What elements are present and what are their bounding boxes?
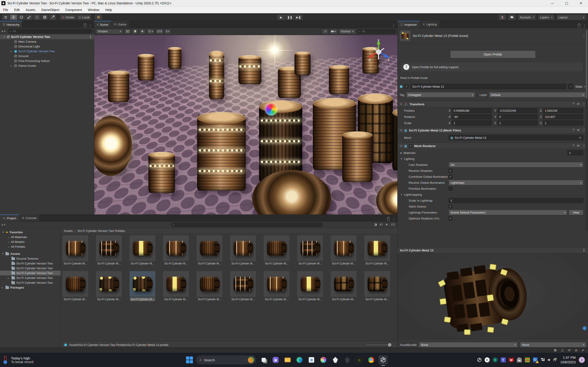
open-prefab-button[interactable]: Open Prefab — [450, 50, 536, 58]
tab-scene[interactable]: #Scene — [94, 21, 111, 28]
favorites-root[interactable]: ▼★Favorites — [0, 230, 61, 235]
taskbar-app-nvidia-icon[interactable]: ◎ — [355, 355, 364, 365]
asset-thumbnail[interactable] — [130, 235, 155, 261]
asset-thumbnail[interactable] — [163, 271, 189, 297]
presets-icon[interactable]: ⇄ — [577, 144, 579, 148]
help-icon[interactable]: ? — [573, 102, 574, 106]
tab-console[interactable]: ≣Console — [19, 215, 40, 221]
kebab-icon[interactable]: ⋮ — [582, 144, 586, 148]
hierarchy-item[interactable]: Directional Light — [0, 44, 94, 49]
scene-cylinder-object[interactable] — [148, 153, 175, 193]
asset-thumbnail[interactable] — [230, 271, 256, 297]
hand-tool-icon[interactable] — [2, 14, 10, 20]
tray-security-warning-icon[interactable]: 🛡︎ — [533, 357, 538, 362]
cloud-icon[interactable] — [508, 14, 516, 20]
tray-mcafee-icon[interactable]: M — [509, 357, 514, 362]
object-picker-icon[interactable]: ⊙ — [579, 136, 582, 140]
asset-grid-item[interactable]: Sci-Fi Cylinder M... — [331, 235, 356, 265]
hierarchy-item[interactable]: Main Camera — [0, 39, 94, 44]
taskbar-app-task-view-icon[interactable] — [259, 355, 268, 365]
z-field[interactable]: 1.063156 — [543, 108, 583, 113]
favorite-item[interactable]: ⌕All Models — [0, 240, 61, 244]
open-asset-icon[interactable]: ◨ — [374, 223, 377, 226]
layout-dropdown[interactable]: Layout▾ — [556, 14, 586, 20]
hidden-count-icon[interactable]: ∅1 — [391, 223, 395, 226]
project-search[interactable]: ⌕ — [171, 223, 323, 227]
scene-menu-kebab-icon[interactable]: ⋮ — [392, 24, 396, 28]
collab-icon[interactable] — [498, 14, 506, 20]
hierarchy-scene-row[interactable]: ▼ Sci-Fi Cylinder Version Two ⋮ — [0, 34, 94, 39]
shading-mode-dropdown[interactable]: Shaded▾ — [95, 29, 123, 34]
asset-grid-item[interactable]: Sci-Fi Cylinder M... — [163, 235, 189, 265]
materials-count-field[interactable]: 1 — [567, 150, 583, 155]
scene-search[interactable]: ⌕ — [357, 29, 396, 34]
start-button[interactable] — [186, 357, 193, 363]
asset-thumbnail[interactable] — [230, 235, 256, 261]
kebab-icon[interactable]: ⋮ — [582, 128, 586, 132]
asset-thumbnail[interactable] — [163, 235, 189, 261]
mesh-filter-header[interactable]: ▼▦ Sci-Fi Cylinder Metal 13 (Mesh Filter… — [398, 127, 588, 133]
grid-snapping-icon[interactable] — [95, 14, 103, 20]
close-button[interactable]: ✕ — [574, 0, 588, 6]
menu-window[interactable]: Window — [85, 6, 103, 13]
space-toggle[interactable]: ⬡Local — [77, 14, 91, 20]
folder-item[interactable]: Sci-Fi Cylinder Version Two — [0, 271, 61, 275]
assets-root[interactable]: ▼Assets — [0, 251, 61, 256]
move-tool-icon[interactable] — [10, 14, 17, 20]
menu-kebab-icon[interactable]: ⋮ — [583, 24, 586, 28]
minimize-button[interactable]: — — [545, 0, 560, 6]
tray-unity-hub-icon[interactable] — [477, 358, 482, 362]
asset-thumbnail[interactable] — [96, 235, 122, 261]
asset-thumbnail[interactable] — [62, 271, 88, 297]
create-asset-caret[interactable]: ▾ — [4, 223, 5, 226]
taskbar-app-store-icon[interactable]: ⊞ — [307, 355, 316, 365]
asset-thumbnail[interactable] — [364, 271, 390, 297]
asset-thumbnail[interactable] — [264, 271, 289, 297]
project-search-input[interactable] — [176, 223, 321, 227]
hierarchy-item[interactable]: ▸Game Assets — [0, 63, 94, 68]
favorite-item[interactable]: ⌕All Prefabs — [0, 244, 61, 249]
asset-thumbnail[interactable] — [264, 235, 289, 261]
scene-grid-dropdown[interactable]: #▾ — [165, 29, 171, 34]
tray-volume-icon[interactable]: 🔊︎ — [548, 358, 550, 362]
menu-kebab-icon[interactable]: ⋮ — [89, 24, 92, 28]
scene-visibility-toggle[interactable]: ∅0 — [156, 29, 163, 34]
asset-thumbnail[interactable] — [62, 235, 88, 261]
asset-grid-item[interactable]: Sci-Fi Cylinder M... — [364, 271, 390, 301]
asset-thumbnail[interactable] — [197, 271, 222, 297]
folder-item[interactable]: Sci-Fi Cylinder Version Two — [0, 266, 61, 271]
static-mixed-box[interactable]: − — [568, 84, 573, 89]
prioritize-illumination-checkbox[interactable] — [449, 187, 452, 191]
taskbar-app-alienware-command-icon[interactable] — [343, 355, 352, 365]
custom-tool-icon[interactable] — [49, 14, 57, 20]
progress-check-icon[interactable]: ⊘ — [575, 348, 578, 352]
prefab-kebab-icon[interactable]: ⋮ — [582, 34, 586, 38]
model-preview[interactable] — [398, 253, 588, 340]
orientation-gizmo[interactable]: y x z — [365, 38, 392, 66]
scale-in-lightmap-field[interactable]: 1 — [449, 198, 583, 203]
taskbar-app-file-explorer-icon[interactable] — [283, 355, 292, 365]
asset-grid-item[interactable]: Sci-Fi Cylinder M... — [264, 271, 289, 301]
scene-cylinder-object[interactable] — [342, 133, 372, 182]
hierarchy-search-input[interactable] — [12, 29, 91, 33]
scene-audio-toggle-icon[interactable] — [139, 29, 145, 34]
tray-teams-icon[interactable]: T — [501, 357, 506, 362]
asset-grid-item[interactable]: Sci-Fi Cylinder M... — [197, 271, 222, 301]
tray-resource-monitor-icon[interactable] — [525, 357, 530, 362]
folder-item[interactable]: ▸Sci-Fi Cylinder Version Two — [0, 275, 61, 280]
activity-check-icon[interactable]: ✔︎ — [582, 348, 584, 352]
menu-gameobject[interactable]: GameObject — [38, 6, 62, 13]
breadcrumb-folder[interactable]: Sci-Fi Cylinder Version Two Prefabs — [78, 229, 125, 233]
active-checkbox[interactable]: ✓ — [405, 85, 409, 89]
x-field[interactable]: 0.00869288 — [452, 108, 492, 113]
taskbar-app-alienware-icon[interactable] — [331, 355, 340, 365]
perspective-label[interactable]: < Persp — [375, 65, 388, 69]
asset-grid-item[interactable]: Sci-Fi Cylinder M... — [62, 271, 88, 301]
tag-dropdown[interactable]: Untagged▾ — [406, 92, 475, 98]
tab-lighting[interactable]: ☀Lighting — [420, 21, 440, 28]
y-field[interactable]: 1 — [498, 120, 538, 125]
taskbar-clock[interactable]: 1:37 PM 10/6/2023 — [560, 355, 576, 365]
menu-help[interactable]: Help — [102, 6, 115, 13]
menu-kebab-icon[interactable]: ⋮ — [392, 217, 396, 221]
asset-grid-item[interactable]: Sci-Fi Cylinder M... — [96, 235, 122, 265]
